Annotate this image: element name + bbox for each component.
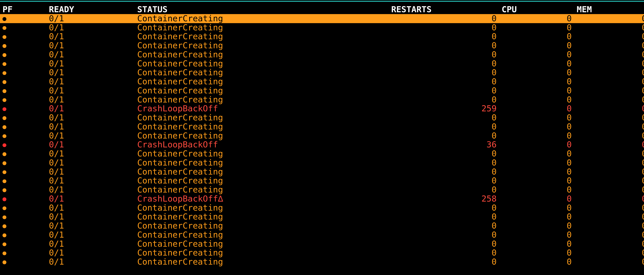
table-row[interactable]: 0/1ContainerCreating0000n/a0n/an/a.inter… [0,258,644,266]
status-dot-icon [2,180,6,183]
cell-cpu: 0 [499,185,574,194]
cell-pf [0,23,46,32]
table-row[interactable]: 0/1CrashLoopBackOff36000n/a0n/a.internal… [0,140,644,149]
cell-ready: 0/1 [46,14,135,23]
cell-restarts: 0 [389,185,499,194]
cell-status: ContainerCreating [135,41,388,50]
table-row[interactable]: 0/1ContainerCreating0000n/a0n/an/a.inter… [0,212,644,221]
cell-ready: 0/1 [46,122,135,131]
table-row[interactable]: 0/1ContainerCreating0000n/a0n/an/a.inter… [0,41,644,50]
table-row[interactable]: 0/1ContainerCreating0000n/a0n/an/a.inter… [0,95,644,104]
table-row[interactable]: 0/1ContainerCreating0000n/a0n/an/a.inter… [0,240,644,248]
status-dot-icon [2,62,6,66]
status-dot-icon [2,98,6,102]
pods-table[interactable]: PF READY STATUS RESTARTS CPU MEM %CPU/R … [0,5,644,266]
table-row[interactable]: 0/1ContainerCreating0000n/a0n/an/a.inter… [0,185,644,194]
cell-restarts: 0 [389,86,499,95]
cell-status: CrashLoopBackOff [135,140,388,149]
cell-pf [0,86,46,95]
table-row[interactable]: 0/1ContainerCreating0000n/a0n/an/a.inter… [0,167,644,176]
cell-cpu: 0 [499,113,574,122]
cell-status: ContainerCreating [135,122,388,131]
status-dot-icon [2,26,6,30]
table-row[interactable]: 0/1CrashLoopBackOff259000n/a0n/a .... ..… [0,104,644,113]
table-row[interactable]: 0/1ContainerCreating0000n/a0n/an/a.inter… [0,131,644,140]
table-row[interactable]: 0/1ContainerCreating0000n/a0n/an/a.inter… [0,86,644,95]
status-dot-icon [2,197,6,201]
cell-ready: 0/1 [46,86,135,95]
cell-pf [0,140,46,149]
col-restarts[interactable]: RESTARTS [389,5,499,14]
table-row[interactable]: 0/1ContainerCreating0000n/a0n/an/a.inter… [0,32,644,41]
cell-pf [0,104,46,113]
table-row[interactable]: 0/1ContainerCreating0000n/a0n/an/a.inter… [0,230,644,240]
cell-mem: 0 [574,86,644,95]
status-dot-icon [2,89,6,93]
col-pf[interactable]: PF [0,5,46,14]
table-row[interactable]: 0/1ContainerCreating0000n/a0n/an/a.inter… [0,113,644,122]
cell-ready: 0/1 [46,77,135,86]
status-dot-icon [2,161,6,165]
cell-pf [0,248,46,258]
cell-ready: 0/1 [46,185,135,194]
cell-pf [0,14,46,23]
table-row[interactable]: 0/1CrashLoopBackOff∆258000n/a0n/ainterna… [0,194,644,204]
cell-mem: 0 [574,176,644,185]
cell-restarts: 0 [389,23,499,32]
table-row[interactable]: 0/1ContainerCreating0000n/a0n/an/a.inter… [0,149,644,158]
cell-restarts: 0 [389,248,499,258]
table-row[interactable]: 0/1ContainerCreating0000n/a0n/an/a.inter… [0,158,644,167]
col-cpu[interactable]: CPU [499,5,574,14]
cell-ready: 0/1 [46,32,135,41]
cell-restarts: 0 [389,14,499,23]
status-dot-icon [2,224,6,228]
cell-ready: 0/1 [46,194,135,204]
cell-status: ContainerCreating [135,149,388,158]
cell-ready: 0/1 [46,158,135,167]
cell-cpu: 0 [499,32,574,41]
table-row[interactable]: 0/1ContainerCreating0000n/a0n/an/a.inter… [0,59,644,68]
col-status[interactable]: STATUS [135,5,388,14]
cell-mem: 0 [574,50,644,59]
table-row[interactable]: 0/1ContainerCreating0000n/a0n/an/a.inter… [0,176,644,185]
cell-ready: 0/1 [46,212,135,221]
cell-ready: 0/1 [46,221,135,230]
cell-restarts: 0 [389,50,499,59]
table-row[interactable]: 0/1ContainerCreating0000n/a0n/an/a.inter… [0,77,644,86]
status-dot-icon [2,17,6,21]
cell-cpu: 0 [499,50,574,59]
cell-mem: 0 [574,185,644,194]
cell-status: ContainerCreating [135,113,388,122]
cell-cpu: 0 [499,95,574,104]
cell-status: ContainerCreating [135,77,388,86]
cell-mem: 0 [574,167,644,176]
cell-ready: 0/1 [46,41,135,50]
table-row[interactable]: 0/1ContainerCreating0000n/a0n/an/a.inter… [0,14,644,23]
cell-ready: 0/1 [46,230,135,240]
table-row[interactable]: 0/1ContainerCreating0000n/a0n/an/a.inter… [0,122,644,131]
cell-mem: 0 [574,149,644,158]
cell-ready: 0/1 [46,59,135,68]
cell-restarts: 0 [389,122,499,131]
cell-ready: 0/1 [46,104,135,113]
cell-status: ContainerCreating [135,86,388,95]
cell-status: ContainerCreating [135,68,388,77]
col-mem[interactable]: MEM [574,5,644,14]
table-row[interactable]: 0/1ContainerCreating0000n/a0n/an/a.inter… [0,68,644,77]
cell-restarts: 259 [389,104,499,113]
table-row[interactable]: 0/1ContainerCreating0000n/a0n/an/a.inter… [0,50,644,59]
table-row[interactable]: 0/1ContainerCreating0000n/a0n/an/a.inter… [0,248,644,258]
cell-pf [0,32,46,41]
cell-pf [0,167,46,176]
col-ready[interactable]: READY [46,5,135,14]
cell-pf [0,131,46,140]
status-dot-icon [2,116,6,120]
table-row[interactable]: 0/1ContainerCreating0000n/a0n/an/a.inter… [0,204,644,212]
cell-mem: 0 [574,59,644,68]
cell-ready: 0/1 [46,131,135,140]
table-row[interactable]: 0/1ContainerCreating0000n/a0n/an/a.inter… [0,221,644,230]
cell-mem: 0 [574,41,644,50]
cell-ready: 0/1 [46,95,135,104]
cell-mem: 0 [574,240,644,248]
table-row[interactable]: 0/1ContainerCreating0000n/a0n/an/a.inter… [0,23,644,32]
